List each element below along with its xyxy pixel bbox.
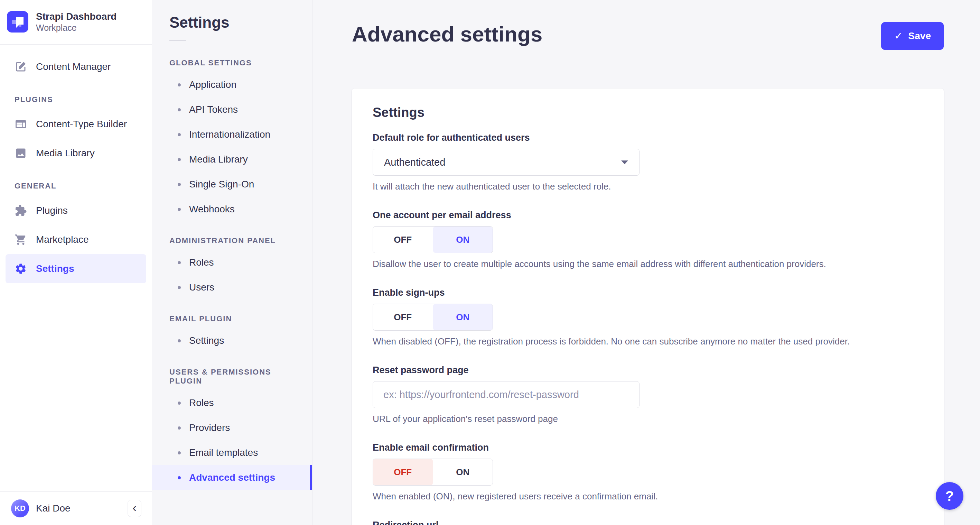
subnav-item-label: API Tokens bbox=[189, 104, 238, 115]
subnav-item-label: Webhooks bbox=[189, 204, 235, 215]
field-reset-password: Reset password page URL of your applicat… bbox=[373, 365, 923, 424]
question-mark-icon: ? bbox=[945, 488, 954, 504]
reset-password-input[interactable] bbox=[373, 381, 640, 408]
collapse-sidebar-button[interactable]: ‹ bbox=[127, 500, 142, 517]
subnav-item-media-library[interactable]: Media Library bbox=[152, 147, 312, 172]
content-manager-icon bbox=[14, 61, 27, 73]
bullet-icon bbox=[178, 286, 181, 289]
toggle-on-option[interactable]: ON bbox=[433, 227, 493, 253]
chevron-down-icon bbox=[621, 161, 628, 164]
field-label: Reset password page bbox=[373, 365, 923, 376]
subnav-section-administration-panel: Administration panel bbox=[152, 222, 312, 250]
subnav-item-up-roles[interactable]: Roles bbox=[152, 391, 312, 415]
sidebar-item-label: Plugins bbox=[36, 205, 68, 216]
field-default-role: Default role for authenticated users Aut… bbox=[373, 132, 923, 192]
content-type-builder-icon bbox=[14, 118, 27, 130]
subnav-item-label: Single Sign-On bbox=[189, 179, 254, 190]
field-hint: Disallow the user to create multiple acc… bbox=[373, 259, 923, 270]
sidebar-item-settings[interactable]: Settings bbox=[6, 254, 146, 283]
subnav-item-label: Roles bbox=[189, 397, 214, 409]
field-one-account: One account per email address OFF ON Dis… bbox=[373, 210, 923, 270]
default-role-select[interactable]: Authenticated bbox=[373, 149, 640, 176]
subnav-title: Settings bbox=[152, 14, 312, 31]
app-title: Strapi Dashboard bbox=[36, 10, 116, 22]
subnav-item-label: Providers bbox=[189, 422, 230, 433]
subnav-item-api-tokens[interactable]: API Tokens bbox=[152, 97, 312, 122]
email-confirmation-toggle: OFF ON bbox=[373, 459, 493, 485]
chevron-left-icon: ‹ bbox=[132, 501, 136, 513]
subnav-item-admin-users[interactable]: Users bbox=[152, 275, 312, 300]
toggle-off-option[interactable]: OFF bbox=[373, 459, 433, 485]
settings-card: Settings Default role for authenticated … bbox=[352, 89, 944, 525]
enable-signups-toggle: OFF ON bbox=[373, 304, 493, 330]
subnav-item-internationalization[interactable]: Internationalization bbox=[152, 122, 312, 147]
subnav-item-single-sign-on[interactable]: Single Sign-On bbox=[152, 172, 312, 197]
bullet-icon bbox=[178, 133, 181, 136]
settings-subnav: Settings Global Settings Application API… bbox=[152, 0, 312, 525]
bullet-icon bbox=[178, 452, 181, 455]
user-name: Kai Doe bbox=[36, 503, 121, 514]
sidebar-item-content-type-builder[interactable]: Content-Type Builder bbox=[6, 110, 146, 139]
bullet-icon bbox=[178, 83, 181, 86]
strapi-logo-icon bbox=[7, 11, 29, 32]
check-icon: ✓ bbox=[894, 31, 902, 41]
plugins-icon bbox=[14, 204, 27, 217]
subnav-item-email-settings[interactable]: Settings bbox=[152, 328, 312, 353]
subnav-item-providers[interactable]: Providers bbox=[152, 415, 312, 440]
subnav-item-label: Advanced settings bbox=[189, 472, 275, 483]
save-button[interactable]: ✓ Save bbox=[881, 22, 944, 50]
subnav-item-label: Email templates bbox=[189, 447, 258, 458]
brand-text: Strapi Dashboard Workplace bbox=[36, 10, 116, 33]
toggle-on-option[interactable]: ON bbox=[433, 459, 493, 485]
subnav-item-application[interactable]: Application bbox=[152, 72, 312, 97]
avatar[interactable]: KD bbox=[11, 499, 29, 517]
nav-section-general: General bbox=[0, 168, 152, 196]
subnav-item-email-templates[interactable]: Email templates bbox=[152, 440, 312, 465]
field-hint: It will attach the new authenticated use… bbox=[373, 181, 923, 192]
sidebar-item-label: Marketplace bbox=[36, 234, 89, 245]
subnav-section-email-plugin: Email plugin bbox=[152, 300, 312, 328]
field-hint: URL of your application's reset password… bbox=[373, 413, 923, 424]
toggle-on-option[interactable]: ON bbox=[433, 304, 493, 330]
subnav-item-advanced-settings[interactable]: Advanced settings bbox=[152, 465, 312, 490]
subnav-item-label: Internationalization bbox=[189, 129, 270, 140]
workspace-name: Workplace bbox=[36, 22, 116, 33]
field-email-confirmation: Enable email confirmation OFF ON When en… bbox=[373, 442, 923, 502]
field-label: Enable email confirmation bbox=[373, 442, 923, 453]
bullet-icon bbox=[178, 158, 181, 161]
bullet-icon bbox=[178, 426, 181, 429]
subnav-divider bbox=[169, 40, 186, 41]
bullet-icon bbox=[178, 339, 181, 342]
subnav-item-label: Media Library bbox=[189, 154, 248, 165]
toggle-off-option[interactable]: OFF bbox=[373, 304, 433, 330]
subnav-section-users-permissions-plugin: Users & Permissions plugin bbox=[152, 353, 312, 391]
sidebar-item-media-library[interactable]: Media Library bbox=[6, 139, 146, 168]
subnav-section-global-settings: Global Settings bbox=[152, 44, 312, 72]
media-library-icon bbox=[14, 147, 27, 160]
sidebar-item-content-manager[interactable]: Content Manager bbox=[6, 52, 146, 81]
brand[interactable]: Strapi Dashboard Workplace bbox=[0, 0, 152, 45]
toggle-off-option[interactable]: OFF bbox=[373, 227, 433, 253]
sidebar-item-label: Settings bbox=[36, 263, 74, 274]
subnav-item-webhooks[interactable]: Webhooks bbox=[152, 197, 312, 222]
subnav-item-admin-roles[interactable]: Roles bbox=[152, 250, 312, 275]
bullet-icon bbox=[178, 402, 181, 405]
sidebar-footer: KD Kai Doe ‹ bbox=[0, 491, 152, 525]
bullet-icon bbox=[178, 108, 181, 112]
sidebar-item-plugins[interactable]: Plugins bbox=[6, 196, 146, 225]
field-hint: When enabled (ON), new registered users … bbox=[373, 491, 923, 502]
main-nav: Content Manager Plugins Content-Type Bui… bbox=[0, 45, 152, 491]
card-title: Settings bbox=[373, 105, 923, 120]
help-button[interactable]: ? bbox=[936, 482, 963, 510]
field-hint: When disabled (OFF), the registration pr… bbox=[373, 336, 923, 347]
one-account-toggle: OFF ON bbox=[373, 226, 493, 253]
marketplace-icon bbox=[14, 233, 27, 246]
bullet-icon bbox=[178, 183, 181, 186]
bullet-icon bbox=[178, 261, 181, 264]
page-header: Advanced settings ✓ Save bbox=[312, 0, 980, 50]
sidebar-item-marketplace[interactable]: Marketplace bbox=[6, 225, 146, 254]
nav-section-plugins: Plugins bbox=[0, 81, 152, 110]
sidebar-item-label: Content-Type Builder bbox=[36, 119, 127, 130]
subnav-item-label: Application bbox=[189, 79, 237, 90]
subnav-item-label: Settings bbox=[189, 335, 224, 346]
